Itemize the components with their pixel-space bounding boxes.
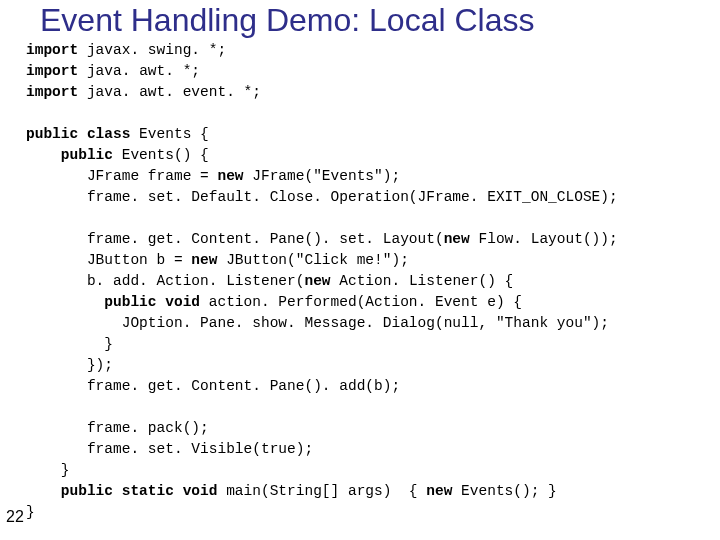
code-text: javax. swing. *;	[78, 42, 226, 58]
code-text: action. Performed(Action. Event e) {	[200, 294, 522, 310]
code-text: Events(); }	[452, 483, 556, 499]
kw-public-void: public void	[26, 294, 200, 310]
code-text: Action. Listener() {	[331, 273, 514, 289]
code-text: }	[26, 336, 113, 352]
slide-title: Event Handling Demo: Local Class	[40, 2, 710, 39]
code-text: Events() {	[113, 147, 209, 163]
kw-import: import	[26, 84, 78, 100]
code-text: });	[26, 357, 113, 373]
code-text: frame. set. Default. Close. Operation(JF…	[26, 189, 618, 205]
kw-new: new	[304, 273, 330, 289]
code-block: import javax. swing. *; import java. awt…	[26, 40, 712, 523]
code-text: java. awt. *;	[78, 63, 200, 79]
code-text: }	[26, 504, 35, 520]
kw-import: import	[26, 63, 78, 79]
code-text: main(String[] args) {	[217, 483, 426, 499]
kw-import: import	[26, 42, 78, 58]
code-text: frame. pack();	[26, 420, 209, 436]
code-text: java. awt. event. *;	[78, 84, 261, 100]
code-text: frame. set. Visible(true);	[26, 441, 313, 457]
page-number: 22	[6, 508, 24, 526]
code-text: frame. get. Content. Pane(). add(b);	[26, 378, 400, 394]
code-text: }	[26, 462, 70, 478]
kw-public-static-void: public static void	[26, 483, 217, 499]
kw-new: new	[191, 252, 217, 268]
kw-public: public	[26, 147, 113, 163]
code-text: b. add. Action. Listener(	[26, 273, 304, 289]
code-text: JOption. Pane. show. Message. Dialog(nul…	[26, 315, 609, 331]
kw-new: new	[217, 168, 243, 184]
kw-new: new	[444, 231, 470, 247]
code-text: Flow. Layout());	[470, 231, 618, 247]
kw-public-class: public class	[26, 126, 130, 142]
slide: Event Handling Demo: Local Class import …	[0, 0, 720, 540]
code-text: frame. get. Content. Pane(). set. Layout…	[26, 231, 444, 247]
code-text: JFrame frame =	[26, 168, 217, 184]
code-text: JButton b =	[26, 252, 191, 268]
code-text: JButton("Click me!");	[217, 252, 408, 268]
code-text: Events {	[130, 126, 208, 142]
code-text: JFrame("Events");	[244, 168, 401, 184]
kw-new: new	[426, 483, 452, 499]
